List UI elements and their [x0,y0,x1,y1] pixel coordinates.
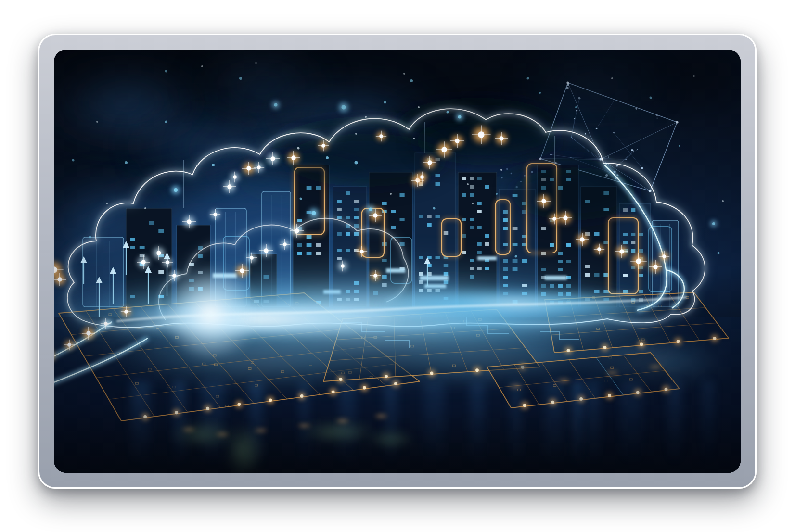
artwork-card [38,34,757,489]
artwork-viewport [54,50,741,473]
vignette [54,50,741,473]
page-background [0,0,795,532]
cloud-computing-artwork [54,50,741,473]
